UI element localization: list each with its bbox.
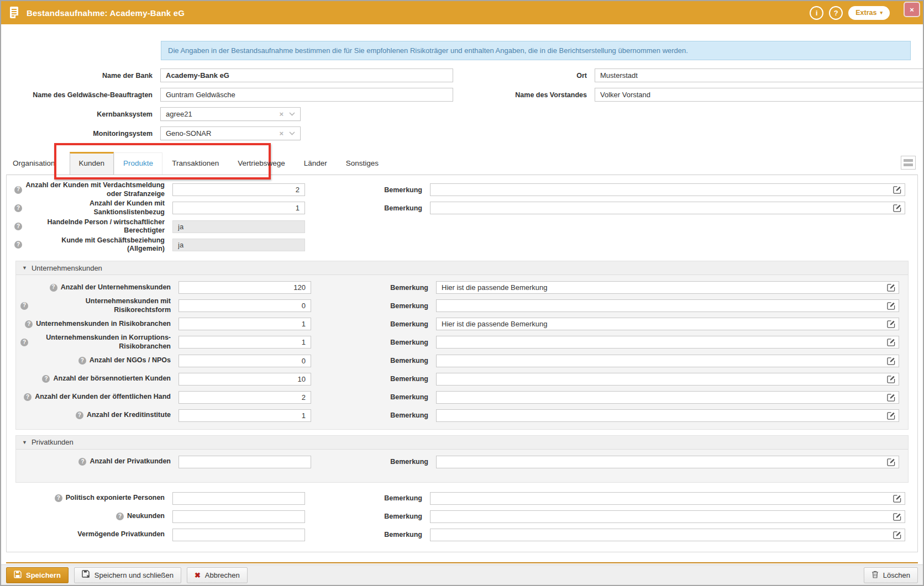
- help-icon[interactable]: ?: [24, 393, 32, 401]
- section-header[interactable]: ▼Privatkunden: [16, 436, 908, 450]
- monitoringsystem-select[interactable]: Geno-SONAR ×: [160, 126, 301, 140]
- help-icon[interactable]: ?: [20, 302, 28, 310]
- help-icon[interactable]: ?: [55, 494, 62, 502]
- tab-sonstiges[interactable]: Sonstiges: [337, 152, 388, 175]
- chevron-down-icon[interactable]: [289, 112, 295, 116]
- readonly-value-field: [172, 239, 305, 251]
- ort-input[interactable]: [595, 68, 924, 82]
- count-input[interactable]: [172, 510, 305, 523]
- tab-produkte[interactable]: Produkte: [114, 152, 162, 175]
- bank-name-input[interactable]: [160, 68, 453, 82]
- bemerkung-input[interactable]: [436, 336, 899, 349]
- tab-laender[interactable]: Länder: [295, 152, 337, 175]
- bemerkung-input[interactable]: [436, 281, 899, 294]
- cancel-button[interactable]: ✖ Abbrechen: [187, 567, 248, 583]
- geldwaesche-input[interactable]: [160, 88, 453, 102]
- bemerkung-input[interactable]: [436, 391, 899, 404]
- info-banner: Die Angaben in der Bestandsaufnahme best…: [161, 41, 911, 60]
- tab-kunden[interactable]: Kunden: [70, 152, 114, 175]
- bemerkung-input[interactable]: [436, 409, 899, 422]
- count-input[interactable]: [179, 281, 311, 294]
- help-icon[interactable]: ?: [50, 284, 57, 292]
- list-view-toggle-button[interactable]: [901, 156, 916, 170]
- help-icon[interactable]: ?: [14, 204, 22, 212]
- edit-icon[interactable]: [887, 393, 895, 402]
- count-input[interactable]: [179, 355, 311, 367]
- bemerkung-input[interactable]: [430, 529, 905, 541]
- edit-icon[interactable]: [893, 531, 901, 539]
- edit-icon[interactable]: [887, 283, 895, 292]
- save-button[interactable]: Speichern: [6, 567, 69, 583]
- close-button[interactable]: ×: [904, 2, 920, 17]
- bemerkung-input[interactable]: [436, 299, 899, 312]
- form-row: Vermögende PrivatkundenBemerkung: [14, 526, 910, 544]
- count-input[interactable]: [179, 318, 311, 330]
- count-input[interactable]: [179, 299, 311, 312]
- edit-icon[interactable]: [887, 320, 895, 328]
- bemerkung-field: [436, 456, 899, 468]
- edit-icon[interactable]: [887, 458, 895, 466]
- help-icon[interactable]: ?: [42, 375, 50, 383]
- section-header[interactable]: ▼Unternehmenskunden: [16, 261, 908, 275]
- bemerkung-input[interactable]: [430, 510, 905, 523]
- edit-icon[interactable]: [887, 357, 895, 365]
- help-icon[interactable]: ?: [14, 241, 22, 249]
- help-icon[interactable]: ?: [78, 357, 86, 365]
- save-and-close-button[interactable]: Speichern und schließen: [74, 567, 181, 583]
- clear-icon[interactable]: ×: [279, 110, 284, 118]
- bemerkung-input[interactable]: [436, 318, 899, 330]
- edit-icon[interactable]: [887, 375, 895, 383]
- row-label-text: Anzahl der Kreditinstitute: [87, 411, 171, 420]
- count-input[interactable]: [172, 529, 305, 541]
- form-row: ?NeukundenBemerkung: [14, 508, 910, 526]
- help-icon[interactable]: ?: [14, 186, 22, 194]
- count-input[interactable]: [179, 391, 311, 404]
- bemerkung-input[interactable]: [436, 373, 899, 386]
- form-row: ?Anzahl der Kunden der öffentlichen Hand…: [20, 388, 904, 406]
- bemerkung-input[interactable]: [430, 492, 905, 505]
- row-label-text: Handelnde Person / wirtschaftlicher Bere…: [25, 218, 165, 235]
- edit-icon[interactable]: [893, 513, 901, 521]
- help-icon[interactable]: ?: [20, 339, 28, 346]
- form-row: ?Kunde mit Geschäftsbeziehung (Allgemein…: [14, 236, 910, 254]
- edit-icon[interactable]: [887, 338, 895, 346]
- bemerkung-field: [430, 510, 905, 523]
- help-icon[interactable]: ?: [14, 223, 22, 230]
- help-icon[interactable]: ?: [78, 458, 86, 466]
- bemerkung-label: Bemerkung: [313, 494, 422, 502]
- kernbanksystem-value: agree21: [166, 110, 274, 118]
- tab-transaktionen[interactable]: Transaktionen: [162, 152, 228, 175]
- kernbanksystem-select[interactable]: agree21 ×: [160, 107, 301, 121]
- save-and-close-label: Speichern und schließen: [95, 571, 174, 579]
- count-input[interactable]: [179, 409, 311, 422]
- tab-organisation[interactable]: Organisation: [13, 159, 63, 175]
- bemerkung-input[interactable]: [436, 355, 899, 367]
- count-input[interactable]: [172, 202, 305, 214]
- bemerkung-input[interactable]: [430, 183, 905, 196]
- edit-icon[interactable]: [887, 302, 895, 310]
- floppy-icon: [14, 571, 22, 580]
- info-button[interactable]: i: [810, 6, 823, 20]
- delete-button[interactable]: Löschen: [864, 567, 918, 583]
- bemerkung-input[interactable]: [436, 456, 899, 468]
- bemerkung-input[interactable]: [430, 202, 905, 214]
- chevron-down-icon[interactable]: [289, 131, 295, 135]
- count-input[interactable]: [179, 373, 311, 386]
- delete-label: Löschen: [883, 571, 910, 579]
- edit-icon[interactable]: [893, 204, 901, 212]
- help-icon[interactable]: ?: [116, 513, 124, 520]
- clear-icon[interactable]: ×: [279, 129, 284, 138]
- edit-icon[interactable]: [893, 494, 901, 503]
- count-input[interactable]: [179, 456, 311, 468]
- extras-button[interactable]: Extras ▾: [848, 6, 890, 20]
- vorstand-input[interactable]: [595, 88, 924, 102]
- tab-vertriebswege[interactable]: Vertriebswege: [228, 152, 295, 175]
- count-input[interactable]: [172, 183, 305, 196]
- count-input[interactable]: [179, 336, 311, 349]
- help-icon[interactable]: ?: [25, 320, 33, 328]
- edit-icon[interactable]: [887, 411, 895, 420]
- edit-icon[interactable]: [893, 186, 901, 194]
- help-button[interactable]: ?: [829, 6, 843, 20]
- help-icon[interactable]: ?: [76, 411, 83, 419]
- count-input[interactable]: [172, 492, 305, 505]
